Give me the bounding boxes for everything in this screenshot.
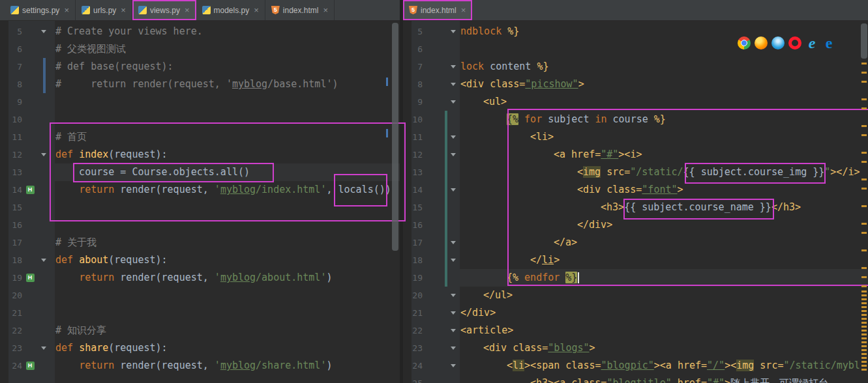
code-line[interactable]: 24H return render(request, 'myblog/share… xyxy=(0,357,400,375)
fold-arrow-icon[interactable] xyxy=(451,311,456,315)
fold-arrow-icon[interactable] xyxy=(451,347,456,350)
template-nav-icon[interactable]: H xyxy=(26,274,35,282)
fold-arrow-icon[interactable] xyxy=(451,294,456,297)
code-text: def index(request): xyxy=(55,146,400,163)
code-line[interactable]: 12<a href="#"><i> xyxy=(403,146,868,163)
code-token: /base.html') xyxy=(267,78,338,90)
fold-arrow-icon[interactable] xyxy=(41,153,46,156)
close-tab-icon[interactable]: × xyxy=(323,5,329,15)
template-nav-icon[interactable]: H xyxy=(26,186,35,194)
tab-index-html[interactable]: 5index.html× xyxy=(265,0,335,20)
code-line[interactable]: 20</ul> xyxy=(403,287,868,304)
tab-views-py[interactable]: views.py× xyxy=(132,0,196,20)
code-line[interactable]: 19{% endfor %} xyxy=(403,269,868,287)
code-line[interactable]: 12def index(request): xyxy=(0,146,400,163)
code-line[interactable]: 13<img src="/static/{{ subject.course_im… xyxy=(403,163,868,181)
fold-arrow-icon[interactable] xyxy=(41,347,46,350)
code-line[interactable]: 22<article> xyxy=(403,322,868,339)
close-tab-icon[interactable]: × xyxy=(121,5,126,15)
code-token: </ xyxy=(530,254,542,266)
code-line[interactable]: 25<h3><a class="blogtitle" href="#">随上芈开… xyxy=(403,375,868,383)
code-line[interactable]: 17</a> xyxy=(403,234,868,251)
fold-arrow-icon[interactable] xyxy=(41,259,46,262)
fold-arrow-icon[interactable] xyxy=(451,364,456,367)
fold-arrow-icon[interactable] xyxy=(451,153,456,156)
tab-settings-py[interactable]: settings.py× xyxy=(5,0,76,20)
template-nav-icon[interactable]: H xyxy=(26,362,35,370)
code-token: /share.html' xyxy=(256,360,326,371)
code-line[interactable]: 9 xyxy=(0,93,400,111)
gutter-cell: 23 xyxy=(0,339,55,357)
code-line[interactable]: 22# 知识分享 xyxy=(0,322,400,339)
fold-arrow-icon[interactable] xyxy=(451,241,456,244)
fold-arrow-icon[interactable] xyxy=(41,30,46,33)
gutter-cell: 13 xyxy=(403,163,460,181)
code-text: <li><span class="blogpic"><a href="/"><i… xyxy=(460,357,868,375)
gutter-cell: 9 xyxy=(0,93,55,111)
code-line[interactable]: 11# 首页 xyxy=(0,128,400,146)
code-line[interactable]: 7# def base(request): xyxy=(0,58,400,76)
code-line[interactable]: 16</div> xyxy=(403,216,868,234)
code-editor-index-html[interactable]: 5ndblock %}67lock content %}8<div class=… xyxy=(403,21,868,383)
fold-arrow-icon[interactable] xyxy=(451,83,456,86)
code-line[interactable]: 7lock content %} xyxy=(403,58,868,76)
code-line[interactable]: 18def about(request): xyxy=(0,251,400,269)
code-line[interactable]: 16 xyxy=(0,216,400,234)
code-token: ><i> xyxy=(618,149,642,160)
code-token xyxy=(55,272,79,283)
tab-models-py[interactable]: models.py× xyxy=(196,0,265,20)
fold-slot xyxy=(447,135,460,139)
code-token: # 关于我 xyxy=(55,236,97,248)
code-line[interactable]: 14H return render(request, 'myblog/index… xyxy=(0,181,400,199)
code-line[interactable]: 9<ul> xyxy=(403,93,868,111)
fold-arrow-icon[interactable] xyxy=(451,329,456,332)
gutter-cell: 12 xyxy=(0,146,55,163)
fold-arrow-icon[interactable] xyxy=(451,188,456,192)
code-line[interactable]: 23<div class="blogs"> xyxy=(403,339,868,357)
code-line[interactable]: 13 course = Course.objects.all() xyxy=(0,163,400,181)
fold-arrow-icon[interactable] xyxy=(451,30,456,33)
code-line[interactable]: 11<li> xyxy=(403,128,868,146)
line-number: 15 xyxy=(0,199,22,216)
code-line[interactable]: 5ndblock %} xyxy=(403,23,868,40)
code-line[interactable]: 14<div class="font"> xyxy=(403,181,868,199)
code-line[interactable]: 6 xyxy=(403,40,868,58)
tab-urls-py[interactable]: urls.py× xyxy=(76,0,132,20)
code-line[interactable]: 10 xyxy=(0,111,400,128)
code-line[interactable]: 5# Create your views here. xyxy=(0,23,400,40)
close-tab-icon[interactable]: × xyxy=(64,5,69,15)
code-line[interactable]: 10{% for subject in course %} xyxy=(403,111,868,128)
code-line[interactable]: 15<h3>{{ subject.course_name }}</h3> xyxy=(403,199,868,216)
code-line[interactable]: 20 xyxy=(0,287,400,304)
code-line[interactable]: 8<div class="picshow"> xyxy=(403,76,868,93)
code-text: </a> xyxy=(460,234,868,251)
code-line[interactable]: 23def share(request): xyxy=(0,339,400,357)
fold-arrow-icon[interactable] xyxy=(451,259,456,262)
code-token xyxy=(55,360,79,371)
code-line[interactable]: 8# return render(request, 'myblog/base.h… xyxy=(0,76,400,93)
close-tab-icon[interactable]: × xyxy=(254,5,259,15)
fold-arrow-icon[interactable] xyxy=(451,100,456,104)
fold-arrow-icon[interactable] xyxy=(451,65,456,68)
tab-index-html[interactable]: 5index.html× xyxy=(403,0,472,20)
code-line[interactable]: 21</div> xyxy=(403,304,868,322)
code-line[interactable]: 24<li><span class="blogpic"><a href="/">… xyxy=(403,357,868,375)
code-line[interactable]: 17# 关于我 xyxy=(0,234,400,251)
left-editor-pane: settings.py×urls.py×views.py×models.py×5… xyxy=(0,0,400,383)
fold-arrow-icon[interactable] xyxy=(451,135,456,139)
code-token: # def base(request): xyxy=(55,61,173,72)
gutter-cell: 19 xyxy=(403,269,460,287)
line-number: 16 xyxy=(403,216,423,234)
close-tab-icon[interactable]: × xyxy=(461,5,466,15)
code-line[interactable]: 18</li> xyxy=(403,251,868,269)
fold-slot xyxy=(447,294,460,297)
code-line[interactable]: 21 xyxy=(0,304,400,322)
code-token: src= xyxy=(754,360,783,371)
code-line[interactable]: 6# 父类视图测试 xyxy=(0,40,400,58)
gutter-cell: 8 xyxy=(0,76,55,93)
close-tab-icon[interactable]: × xyxy=(185,5,190,15)
code-line[interactable]: 19H return render(request, 'myblog/about… xyxy=(0,269,400,287)
code-editor-views-py[interactable]: 5# Create your views here.6# 父类视图测试7# de… xyxy=(0,21,400,383)
code-line[interactable]: 15 xyxy=(0,199,400,216)
code-token: img xyxy=(583,166,601,178)
